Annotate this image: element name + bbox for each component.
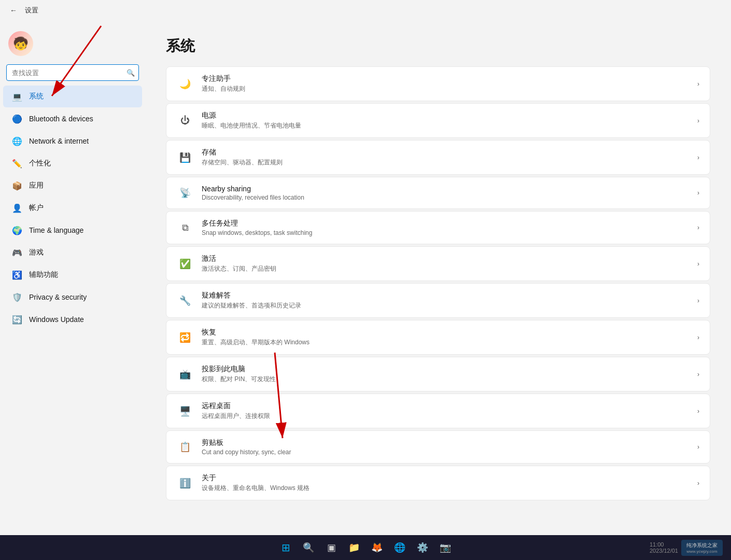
item-icon-recovery: 🔁 (177, 329, 193, 346)
browser-button[interactable]: 🦊 (368, 538, 386, 557)
search-box: 🔍 (6, 64, 139, 81)
item-icon-remote: 🖥️ (177, 403, 193, 419)
taskbar-right: 11:002023/12/01 纯净系统之家 www.ycwjzy.com (650, 540, 723, 556)
settings-item-activate[interactable]: ✅ 激活 激活状态、订阅、产品密钥 › (166, 246, 710, 281)
titlebar: ← 设置 (0, 0, 731, 21)
page-title: 系统 (166, 36, 710, 56)
chevron-icon-focus: › (697, 80, 699, 88)
item-icon-activate: ✅ (177, 256, 193, 272)
sidebar-item-accounts[interactable]: 👤 帐户 (3, 197, 142, 219)
sidebar-icon-gaming: 🎮 (11, 247, 23, 258)
item-title-focus: 专注助手 (202, 74, 689, 83)
sidebar-icon-time: 🌍 (11, 225, 23, 236)
start-button[interactable]: ⊞ (276, 538, 295, 557)
chevron-icon-activate: › (697, 260, 699, 268)
item-title-about: 关于 (202, 473, 689, 483)
item-subtitle-nearby: Discoverability, received files location (202, 194, 689, 201)
item-icon-troubleshoot: 🔧 (177, 292, 193, 309)
item-text-activate: 激活 激活状态、订阅、产品密钥 (202, 254, 689, 273)
item-title-storage: 存储 (202, 148, 689, 157)
sidebar-label-apps: 应用 (29, 181, 44, 190)
sidebar-item-network[interactable]: 🌐 Network & internet (3, 130, 142, 152)
back-button[interactable]: ← (6, 3, 21, 18)
sidebar-label-time: Time & language (29, 226, 83, 234)
item-subtitle-storage: 存储空间、驱动器、配置规则 (202, 158, 689, 167)
sidebar-icon-privacy: 🛡️ (11, 291, 23, 303)
sidebar-label-gaming: 游戏 (29, 248, 44, 257)
sidebar-avatar: 🧒 (0, 25, 145, 62)
item-subtitle-multitask: Snap windows, desktops, task switching (202, 229, 689, 236)
settings-item-projection[interactable]: 📺 投影到此电脑 权限、配对 PIN、可发现性 › (166, 357, 710, 391)
settings-item-remote[interactable]: 🖥️ 远程桌面 远程桌面用户、连接权限 › (166, 394, 710, 428)
sidebar-item-update[interactable]: 🔄 Windows Update (3, 309, 142, 330)
settings-item-about[interactable]: ℹ️ 关于 设备规格、重命名电脑、Windows 规格 › (166, 466, 710, 500)
sidebar-label-privacy: Privacy & security (29, 293, 87, 301)
search-input[interactable] (6, 64, 139, 81)
sidebar-item-personalization[interactable]: ✏️ 个性化 (3, 152, 142, 174)
chevron-icon-recovery: › (697, 334, 699, 341)
sidebar-item-time[interactable]: 🌍 Time & language (3, 219, 142, 241)
sidebar-icon-system: 💻 (11, 91, 23, 102)
item-text-focus: 专注助手 通知、自动规则 (202, 74, 689, 93)
search-taskbar-button[interactable]: 🔍 (299, 538, 318, 557)
settings-item-storage[interactable]: 💾 存储 存储空间、驱动器、配置规则 › (166, 140, 710, 175)
chevron-icon-projection: › (697, 371, 699, 378)
settings-item-nearby[interactable]: 📡 Nearby sharing Discoverability, receiv… (166, 177, 710, 209)
avatar: 🧒 (8, 31, 33, 56)
item-subtitle-power: 睡眠、电池使用情况、节省电池电量 (202, 121, 689, 130)
sidebar-icon-network: 🌐 (11, 135, 23, 147)
chevron-icon-clipboard: › (697, 443, 699, 451)
sidebar-item-accessibility[interactable]: ♿ 辅助功能 (3, 264, 142, 286)
sidebar-label-accounts: 帐户 (29, 203, 44, 213)
camera-button[interactable]: 📷 (436, 538, 455, 557)
item-title-projection: 投影到此电脑 (202, 365, 689, 374)
file-explorer-button[interactable]: 📁 (345, 538, 363, 557)
item-text-clipboard: 剪贴板 Cut and copy history, sync, clear (202, 438, 689, 456)
sidebar: 🧒 🔍 💻 系统 🔵 Bluetooth & devices 🌐 Network… (0, 21, 145, 535)
edge-button[interactable]: 🌐 (390, 538, 409, 557)
sidebar-icon-update: 🔄 (11, 314, 23, 325)
sidebar-nav: 💻 系统 🔵 Bluetooth & devices 🌐 Network & i… (0, 85, 145, 331)
chevron-icon-multitask: › (697, 224, 699, 231)
settings-item-focus[interactable]: 🌙 专注助手 通知、自动规则 › (166, 66, 710, 101)
item-text-troubleshoot: 疑难解答 建议的疑难解答、首选项和历史记录 (202, 291, 689, 310)
item-text-remote: 远程桌面 远程桌面用户、连接权限 (202, 401, 689, 421)
sidebar-label-bluetooth: Bluetooth & devices (29, 115, 93, 123)
sidebar-item-gaming[interactable]: 🎮 游戏 (3, 242, 142, 263)
taskbar-center: ⊞ 🔍 ▣ 📁 🦊 🌐 ⚙️ 📷 (276, 538, 455, 557)
settings-item-power[interactable]: ⏻ 电源 睡眠、电池使用情况、节省电池电量 › (166, 103, 710, 138)
item-subtitle-clipboard: Cut and copy history, sync, clear (202, 449, 689, 456)
sidebar-item-bluetooth[interactable]: 🔵 Bluetooth & devices (3, 108, 142, 130)
sidebar-item-system[interactable]: 💻 系统 (3, 86, 142, 107)
chevron-icon-storage: › (697, 154, 699, 161)
sidebar-icon-apps: 📦 (11, 180, 23, 191)
sidebar-label-personalization: 个性化 (29, 159, 51, 168)
watermark: 纯净系统之家 www.ycwjzy.com (681, 540, 723, 556)
item-subtitle-focus: 通知、自动规则 (202, 85, 689, 93)
chevron-icon-nearby: › (697, 189, 699, 197)
item-subtitle-remote: 远程桌面用户、连接权限 (202, 412, 689, 421)
content-area: 系统 🌙 专注助手 通知、自动规则 › ⏻ 电源 睡眠、电池使用情况、节省电池电… (145, 21, 731, 535)
sidebar-label-network: Network & internet (29, 137, 89, 145)
settings-item-recovery[interactable]: 🔁 恢复 重置、高级启动、早期版本的 Windows › (166, 320, 710, 355)
settings-item-troubleshoot[interactable]: 🔧 疑难解答 建议的疑难解答、首选项和历史记录 › (166, 283, 710, 318)
settings-item-clipboard[interactable]: 📋 剪贴板 Cut and copy history, sync, clear … (166, 430, 710, 464)
item-icon-about: ℹ️ (177, 475, 193, 492)
item-title-multitask: 多任务处理 (202, 219, 689, 228)
main-container: 🧒 🔍 💻 系统 🔵 Bluetooth & devices 🌐 Network… (0, 21, 731, 535)
task-view-button[interactable]: ▣ (322, 538, 341, 557)
sidebar-item-privacy[interactable]: 🛡️ Privacy & security (3, 286, 142, 308)
sidebar-item-apps[interactable]: 📦 应用 (3, 175, 142, 197)
item-text-storage: 存储 存储空间、驱动器、配置规则 (202, 148, 689, 167)
item-title-remote: 远程桌面 (202, 401, 689, 411)
settings-button[interactable]: ⚙️ (413, 538, 432, 557)
sidebar-label-accessibility: 辅助功能 (29, 270, 58, 279)
item-title-clipboard: 剪贴板 (202, 438, 689, 447)
settings-item-multitask[interactable]: ⧉ 多任务处理 Snap windows, desktops, task swi… (166, 211, 710, 244)
chevron-icon-troubleshoot: › (697, 297, 699, 304)
item-title-troubleshoot: 疑难解答 (202, 291, 689, 300)
item-icon-nearby: 📡 (177, 185, 193, 201)
item-icon-focus: 🌙 (177, 76, 193, 92)
item-title-recovery: 恢复 (202, 328, 689, 337)
chevron-icon-about: › (697, 480, 699, 487)
